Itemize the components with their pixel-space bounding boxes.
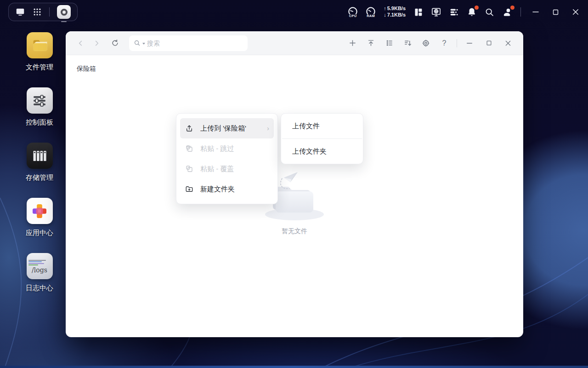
running-app-indicator: [61, 21, 67, 23]
upload-button[interactable]: [363, 35, 379, 51]
menu-item-paste-overwrite[interactable]: 粘贴 - 覆盖: [180, 159, 274, 179]
storage-drive-bays-icon: [27, 143, 53, 169]
logs-icon-text: /logs: [28, 266, 51, 274]
menu-item-new-folder[interactable]: 新建文件夹: [180, 179, 274, 199]
desktop-icon-label: 文件管理: [26, 63, 53, 72]
submenu-item-label: 上传文件: [292, 122, 320, 131]
menu-item-label: 新建文件夹: [200, 185, 269, 194]
file-manager-folder-icon: [27, 32, 53, 58]
paste-copy-icon: [185, 165, 194, 173]
log-center-icon: /logs: [27, 253, 53, 279]
show-desktop-icon[interactable]: [15, 7, 25, 17]
tray-separator: [520, 7, 521, 17]
remote-access-icon[interactable]: [431, 7, 441, 17]
view-mode-button[interactable]: [381, 35, 397, 51]
app-window-controls: [462, 35, 516, 51]
new-folder-icon: [185, 185, 194, 193]
taskbar-pill: [8, 3, 78, 21]
close-icon[interactable]: [571, 8, 580, 16]
upload-arrow-icon: ↑: [384, 6, 386, 12]
running-app-camera-icon[interactable]: [57, 5, 71, 19]
taskbar-separator: [49, 7, 50, 17]
download-speed: 7.1KB/s: [387, 12, 406, 18]
upload-tray-icon: [185, 124, 194, 132]
desktop-icon-log-center[interactable]: /logs 日志中心: [14, 253, 65, 293]
control-panel-sliders-icon: [27, 87, 53, 114]
task-queue-icon[interactable]: [449, 7, 459, 17]
empty-state-text: 暂无文件: [255, 227, 334, 236]
desktop-icon-column: 文件管理 控制面板: [18, 32, 61, 293]
app-launcher-grid-icon[interactable]: [33, 7, 42, 17]
desktop-icon-label: 控制面板: [26, 118, 53, 127]
user-badge: [510, 6, 514, 10]
desktop-icon-label: 应用中心: [26, 229, 53, 237]
cpu-gauge[interactable]: CPU: [348, 6, 358, 18]
maximize-icon[interactable]: [552, 8, 560, 16]
window-maximize-icon[interactable]: [481, 35, 497, 51]
window-close-icon[interactable]: [500, 35, 516, 51]
window-minimize-icon[interactable]: [462, 35, 477, 51]
wallpaper-horizon-strip: [0, 366, 588, 368]
paste-copy-icon: [185, 144, 194, 153]
file-manager-window: ? 保险箱: [66, 31, 523, 337]
desktop-icon-file-manager[interactable]: 文件管理: [14, 32, 65, 72]
settings-gear-button[interactable]: [418, 35, 434, 51]
system-top-bar: CPU RAM ↑5.9KB/s ↓7.1KB/s: [0, 0, 588, 24]
system-tray: CPU RAM ↑5.9KB/s ↓7.1KB/s: [348, 6, 580, 18]
global-search-icon[interactable]: [485, 7, 494, 17]
desktop-icon-storage-manager[interactable]: 存储管理: [14, 143, 65, 182]
sort-button[interactable]: [400, 35, 415, 51]
window-toolbar: ?: [345, 35, 452, 51]
camera-lens-icon: [61, 9, 68, 16]
back-button[interactable]: [73, 35, 89, 51]
widget-panel-icon[interactable]: [413, 7, 423, 17]
search-icon: [134, 40, 141, 46]
search-box[interactable]: [129, 35, 248, 51]
submenu-chevron-icon: ›: [267, 125, 269, 132]
menu-item-label: 粘贴 - 覆盖: [200, 165, 269, 173]
user-account-icon[interactable]: [502, 7, 513, 17]
new-item-button[interactable]: [345, 35, 360, 51]
refresh-button[interactable]: [107, 35, 123, 51]
desktop-icon-control-panel[interactable]: 控制面板: [14, 87, 65, 127]
notifications-bell-icon[interactable]: [467, 7, 477, 17]
submenu-item-upload-folder[interactable]: 上传文件夹: [281, 139, 363, 164]
desktop-icon-label: 存储管理: [26, 173, 53, 182]
menu-item-paste-skip[interactable]: 粘贴 - 跳过: [180, 138, 274, 159]
menu-item-upload-to[interactable]: 上传到 '保险箱' ›: [180, 118, 274, 138]
submenu-item-upload-file[interactable]: 上传文件: [281, 114, 363, 138]
app-center-tiles-icon: [27, 198, 53, 224]
download-arrow-icon: ↓: [384, 12, 386, 18]
menu-item-label: 粘贴 - 跳过: [200, 144, 269, 153]
desktop-window-controls: [531, 8, 580, 16]
breadcrumb-row: 保险箱: [66, 55, 523, 73]
log-lines-decoration: [28, 260, 51, 265]
context-menu: 上传到 '保险箱' › 粘贴 - 跳过 粘贴 - 覆盖: [176, 113, 278, 204]
search-filter-caret-icon[interactable]: [142, 43, 145, 45]
toolbar-separator: [457, 39, 457, 47]
minimize-icon[interactable]: [531, 8, 540, 16]
breadcrumb[interactable]: 保险箱: [77, 65, 96, 73]
submenu-item-label: 上传文件夹: [292, 147, 327, 156]
cpu-label: CPU: [349, 14, 357, 18]
network-speed[interactable]: ↑5.9KB/s ↓7.1KB/s: [384, 6, 406, 18]
ram-gauge[interactable]: RAM: [366, 6, 376, 18]
search-input[interactable]: [147, 40, 243, 47]
desktop-icon-app-center[interactable]: 应用中心: [14, 198, 65, 237]
ram-label: RAM: [367, 14, 375, 18]
upload-speed: 5.9KB/s: [387, 6, 406, 12]
window-header: ?: [66, 31, 523, 55]
help-button[interactable]: ?: [436, 35, 452, 51]
menu-item-label: 上传到 '保险箱': [200, 124, 260, 133]
upload-submenu: 上传文件 上传文件夹: [281, 113, 363, 164]
desktop-icon-label: 日志中心: [26, 284, 53, 293]
forward-button[interactable]: [89, 35, 104, 51]
notification-badge: [475, 6, 479, 10]
